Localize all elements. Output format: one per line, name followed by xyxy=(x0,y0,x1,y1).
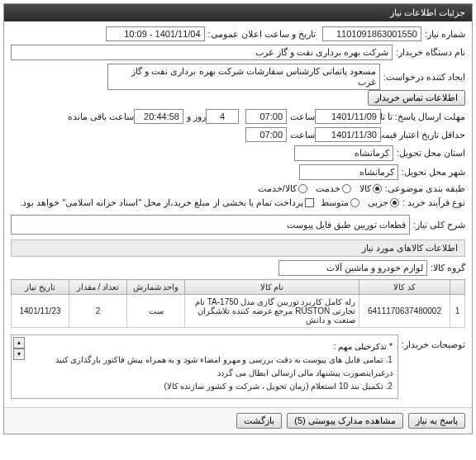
col-name: نام کالا xyxy=(185,280,359,295)
radio-service-label: خدمت xyxy=(316,183,340,194)
province-value: کرمانشاه xyxy=(294,145,393,161)
view-attachments-button[interactable]: مشاهده مدارک پیوستی (5) xyxy=(287,413,403,429)
announce-label: تاریخ و ساعت اعلان عمومی: xyxy=(208,29,316,40)
province-label: استان محل تحویل: xyxy=(397,148,465,159)
goods-section-title: اطلاعات کالاهای مورد نیاز xyxy=(11,239,465,257)
buyer-value: شرکت بهره برداری نفت و گاز غرب xyxy=(11,45,393,60)
cell-code: 6411170637480002 xyxy=(359,295,450,328)
radio-small[interactable]: جزیی xyxy=(368,197,399,208)
buyer-notes-label: توضیحات خریدار: xyxy=(402,334,465,350)
days-remaining: 4 xyxy=(206,109,239,124)
scroll-up-icon[interactable]: ▴ xyxy=(13,337,25,349)
radio-goods-service-label: کالا/خدمت xyxy=(258,183,297,194)
remain-suffix: ساعت باقی مانده xyxy=(68,111,134,122)
check-treasury[interactable]: پرداخت تمام یا بخشی از مبلغ خرید،از محل … xyxy=(17,197,314,208)
deadline-date: 1401/11/09 xyxy=(315,109,381,124)
validity-time-label: ساعت xyxy=(290,130,315,140)
cell-index: 1 xyxy=(450,295,465,328)
radio-goods-service[interactable]: کالا/خدمت xyxy=(258,183,307,194)
deadline-time-label: ساعت xyxy=(290,111,315,122)
radio-service[interactable]: خدمت xyxy=(316,183,351,194)
buyer-notes-box: ▴ ▾ * تذکرخیلی مهم : 1. تمامی فایل های پ… xyxy=(11,334,398,399)
radio-medium-label: متوسط xyxy=(321,197,349,208)
goods-group-value: لوازم خودرو و ماشین آلات xyxy=(278,260,427,276)
announce-value: 1401/11/04 - 10:09 xyxy=(106,26,205,41)
proc-label: نوع فرآیند خرید : xyxy=(402,197,465,208)
proc-note: پرداخت تمام یا بخشی از مبلغ خرید،از محل … xyxy=(20,197,303,208)
days-and-label: روز و xyxy=(187,111,206,122)
city-label: شهر محل تحویل: xyxy=(402,167,465,178)
col-date: تاریخ نیاز xyxy=(12,280,69,295)
note-star: * تذکرخیلی مهم : xyxy=(31,340,393,353)
scroll-down-icon[interactable]: ▾ xyxy=(13,349,25,360)
goods-table: کد کالا نام کالا واحد شمارش تعداد / مقدا… xyxy=(11,279,465,328)
goods-group-label: گروه کالا: xyxy=(431,263,465,273)
table-header-row: کد کالا نام کالا واحد شمارش تعداد / مقدا… xyxy=(12,280,465,295)
buyer-label: نام دستگاه خریدار: xyxy=(396,47,465,58)
back-button[interactable]: بازگشت xyxy=(236,413,282,429)
note-line-1: 1. تمامی فایل های پیوست به دقت بررسی و م… xyxy=(31,353,393,380)
radio-medium[interactable]: متوسط xyxy=(321,197,359,208)
class-label: طبقه بندی موضوعی: xyxy=(385,183,465,194)
col-code: کد کالا xyxy=(359,280,450,295)
panel-title: جزئیات اطلاعات نیاز xyxy=(4,4,472,21)
deadline-time: 07:00 xyxy=(245,109,287,124)
radio-goods[interactable]: کالا xyxy=(359,183,382,194)
need-no-value: 1101091863001550 xyxy=(322,26,421,41)
desc-label: شرح کلی نیاز: xyxy=(413,220,465,230)
creator-label: ایجاد کننده درخواست: xyxy=(383,72,465,83)
validity-label: حداقل تاریخ اعتبار قیمت: تا تاریخ: xyxy=(384,130,465,140)
radio-goods-label: کالا xyxy=(359,183,371,194)
note-line-2: 2. تکمیل بند 10 استعلام (زمان تحویل ، شر… xyxy=(31,380,393,393)
desc-value: قطعات توربین طبق فایل پیوست xyxy=(11,215,410,235)
col-index xyxy=(450,280,465,295)
col-qty: تعداد / مقدار xyxy=(69,280,127,295)
validity-date: 1401/11/30 xyxy=(315,127,381,142)
radio-small-label: جزیی xyxy=(368,197,388,208)
col-unit: واحد شمارش xyxy=(127,280,185,295)
contact-buyer-button[interactable]: اطلاعات تماس خریدار xyxy=(368,90,465,106)
city-value: کرمانشاه xyxy=(299,164,398,180)
reply-button[interactable]: پاسخ به نیاز xyxy=(408,413,465,429)
cell-date: 1401/11/23 xyxy=(12,295,69,328)
deadline-label: مهلت ارسال پاسخ: تا تاریخ: xyxy=(384,111,465,122)
need-no-label: شماره نیاز: xyxy=(425,29,465,40)
cell-name: رله کامل کاربرد توربین گازی مدل TA-1750 … xyxy=(185,295,359,328)
cell-qty: 2 xyxy=(69,295,127,328)
cell-unit: ست xyxy=(127,295,185,328)
creator-value: مسعود پاتماتی کارشناس سفارشات شرکت بهره … xyxy=(107,64,380,90)
table-row[interactable]: 1 6411170637480002 رله کامل کاربرد توربی… xyxy=(12,295,465,328)
time-remaining: 20:44:58 xyxy=(134,109,183,124)
validity-time: 07:00 xyxy=(245,127,287,142)
